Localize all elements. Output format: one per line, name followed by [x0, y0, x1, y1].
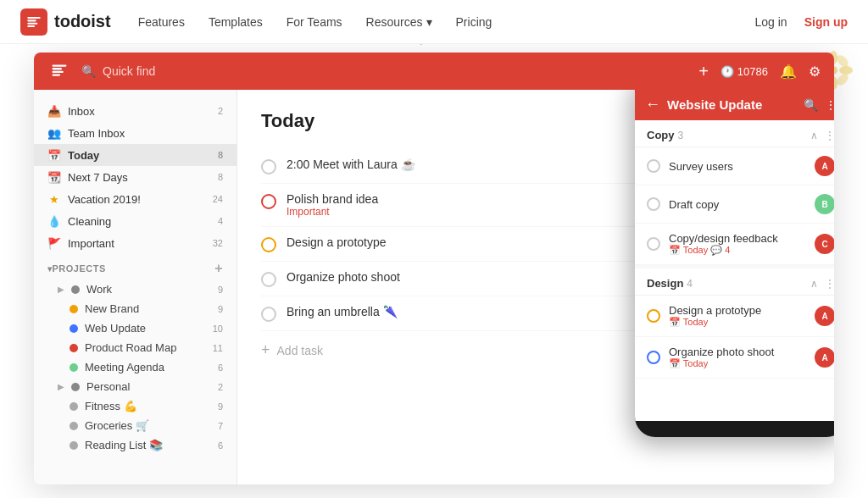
- new-brand-count: 9: [218, 304, 223, 314]
- avatar-initials-draft: B: [821, 200, 827, 209]
- important-icon: 🚩: [47, 236, 61, 250]
- sidebar-project-meeting-agenda[interactable]: Meeting Agenda 6: [34, 357, 236, 377]
- sidebar-project-personal[interactable]: ▶ Personal 2: [34, 377, 236, 396]
- nav-pricing[interactable]: Pricing: [456, 15, 492, 29]
- main-content: Today 💬 👤+ ··· 2:00 Meet with Laura ☕ Pe…: [237, 90, 834, 484]
- copy-section-count: 3: [678, 130, 684, 141]
- phone-circle-prototype[interactable]: [647, 309, 660, 323]
- vacation-icon: ★: [47, 192, 61, 206]
- task-circle-2[interactable]: [261, 237, 276, 252]
- app-header: 🔍 Quick find + 🕐 10786 🔔 ⚙: [34, 53, 834, 90]
- nav-resources[interactable]: Resources ▾: [366, 15, 432, 29]
- notifications-icon[interactable]: 🔔: [780, 64, 797, 80]
- phone-header: ← Website Update 🔍 ⋮: [635, 90, 834, 120]
- phone-task-sub-feedback: 📅 Today 💬 4: [669, 245, 806, 256]
- nav-for-teams[interactable]: For Teams: [287, 15, 342, 29]
- design-section-label: Design: [647, 277, 683, 290]
- phone-task-sub-photoshoot: 📅 Today: [669, 358, 806, 369]
- phone-back-icon[interactable]: ←: [645, 96, 660, 113]
- task-info-0: 2:00 Meet with Laura ☕: [287, 158, 415, 171]
- task-text-2: Design a prototype: [287, 235, 387, 249]
- personal-dot: [71, 383, 80, 391]
- phone-task-text-feedback: Copy/design feedback: [669, 232, 806, 245]
- sidebar-project-reading-list[interactable]: Reading List 📚 6: [34, 435, 236, 455]
- app-logo[interactable]: [47, 59, 71, 83]
- nav-features[interactable]: Features: [138, 15, 185, 29]
- task-sub-1: Important: [287, 206, 378, 218]
- sidebar-project-product-roadmap[interactable]: Product Road Map 11: [34, 338, 236, 357]
- logo[interactable]: todoist: [20, 8, 111, 36]
- phone-task-info-feedback: Copy/design feedback 📅 Today 💬 4: [669, 232, 806, 256]
- avatar-initials-prototype: A: [821, 312, 827, 321]
- phone-circle-photoshoot[interactable]: [647, 351, 660, 364]
- app-body: 📥 Inbox 2 👥 Team Inbox 📅 Today 8 📆 Next …: [34, 90, 834, 484]
- collapse-icon[interactable]: ∧: [810, 130, 818, 141]
- phone-circle-feedback[interactable]: [647, 237, 660, 251]
- meeting-agenda-label: Meeting Agenda: [85, 361, 164, 374]
- sidebar-project-web-update[interactable]: Web Update 10: [34, 318, 236, 338]
- design-collapse-icon[interactable]: ∧: [810, 278, 818, 290]
- karma-display: 🕐 10786: [721, 65, 768, 78]
- task-circle-0[interactable]: [261, 159, 276, 174]
- work-dot: [71, 285, 80, 294]
- task-text-0: 2:00 Meet with Laura ☕: [287, 158, 415, 171]
- sidebar-item-team-inbox[interactable]: 👥 Team Inbox: [34, 122, 236, 144]
- login-button[interactable]: Log in: [755, 15, 787, 29]
- sidebar-item-today[interactable]: 📅 Today 8: [34, 144, 236, 166]
- phone-task-info-prototype: Design a prototype 📅 Today: [669, 304, 806, 328]
- task-circle-3[interactable]: [261, 272, 276, 287]
- phone-search-icon[interactable]: 🔍: [804, 98, 818, 112]
- task-circle-1[interactable]: [261, 194, 276, 209]
- logo-text: todoist: [54, 12, 111, 31]
- chevron-down-icon: ▾: [426, 15, 432, 29]
- add-task-button[interactable]: +: [698, 62, 709, 81]
- design-more-icon[interactable]: ⋮: [825, 278, 834, 290]
- copy-section-label: Copy: [647, 129, 675, 141]
- product-roadmap-dot: [70, 344, 78, 352]
- search-bar[interactable]: 🔍 Quick find: [81, 64, 688, 78]
- phone-avatar-photoshoot: A: [815, 347, 834, 368]
- sidebar-item-important[interactable]: 🚩 Important 32: [34, 232, 236, 254]
- design-section-actions: ∧ ⋮: [810, 278, 834, 290]
- phone-section-copy: Copy 3 ∧ ⋮: [635, 120, 834, 147]
- avatar-initials-feedback: C: [821, 240, 827, 249]
- today-icon: 📅: [47, 148, 61, 162]
- settings-icon[interactable]: ⚙: [809, 64, 821, 80]
- sidebar-item-next7[interactable]: 📆 Next 7 Days 8: [34, 166, 236, 188]
- phone-more-icon[interactable]: ⋮: [825, 98, 834, 112]
- sidebar-project-work[interactable]: ▶ Work 9: [34, 279, 236, 299]
- add-task-label: Add task: [277, 344, 323, 357]
- sidebar-item-cleaning[interactable]: 💧 Cleaning 4: [34, 210, 236, 232]
- groceries-count: 7: [218, 421, 223, 431]
- sidebar-item-vacation[interactable]: ★ Vacation 2019! 24: [34, 188, 236, 210]
- phone-task-survey: Survey users A: [635, 147, 834, 185]
- task-text-1: Polish brand idea: [287, 192, 378, 206]
- vacation-count: 24: [213, 194, 223, 204]
- phone-circle-survey[interactable]: [647, 159, 660, 173]
- task-circle-4[interactable]: [261, 307, 276, 322]
- work-label: Work: [86, 283, 112, 296]
- design-section-count: 4: [687, 278, 693, 290]
- phone-task-photoshoot: Organize photo shoot 📅 Today A: [635, 337, 834, 379]
- add-project-button[interactable]: +: [214, 261, 223, 276]
- sidebar-project-new-brand[interactable]: New Brand 9: [34, 299, 236, 318]
- copy-more-icon[interactable]: ⋮: [825, 130, 834, 141]
- sidebar-item-inbox[interactable]: 📥 Inbox 2: [34, 100, 236, 122]
- sidebar-project-groceries[interactable]: Groceries 🛒 7: [34, 416, 236, 435]
- phone-circle-draft[interactable]: [647, 197, 660, 211]
- nav-templates[interactable]: Templates: [209, 15, 263, 29]
- sidebar-item-team-label: Team Inbox: [68, 127, 125, 140]
- task-info-3: Organize photo shoot: [287, 270, 400, 284]
- sidebar-project-fitness[interactable]: Fitness 💪 9: [34, 396, 236, 416]
- reading-list-label: Reading List 📚: [85, 439, 163, 451]
- search-icon: 🔍: [81, 64, 96, 78]
- phone-avatar-prototype: A: [815, 306, 834, 326]
- signup-button[interactable]: Sign up: [804, 15, 848, 29]
- phone-task-info-survey: Survey users: [669, 160, 806, 173]
- important-count: 32: [213, 238, 223, 248]
- chevron-personal-icon: ▶: [58, 382, 64, 391]
- web-update-count: 10: [213, 324, 223, 334]
- phone-task-text-photoshoot: Organize photo shoot: [669, 346, 806, 358]
- copy-section-actions: ∧ ⋮: [810, 130, 834, 141]
- task-info-4: Bring an umbrella 🌂: [287, 305, 398, 318]
